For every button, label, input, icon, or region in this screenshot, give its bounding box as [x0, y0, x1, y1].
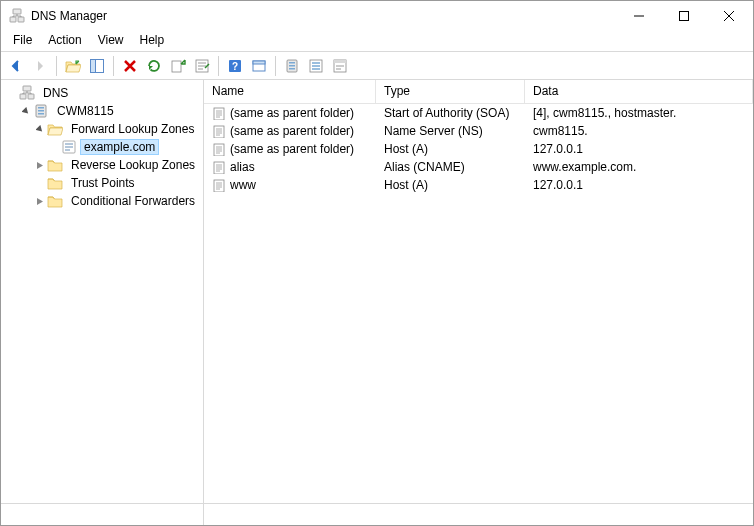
record-type: Host (A)	[384, 142, 428, 156]
tree-label: Conditional Forwarders	[66, 193, 200, 209]
svg-rect-20	[334, 60, 346, 63]
main-area: DNS CWM8115 Forward Lookup Zones example…	[1, 80, 753, 503]
folder-icon	[47, 193, 63, 209]
back-button[interactable]	[5, 55, 27, 77]
svg-rect-9	[679, 12, 688, 21]
help-button[interactable]: ?	[224, 55, 246, 77]
record-row[interactable]: (same as parent folder)Start of Authorit…	[204, 104, 753, 122]
list-pane: Name Type Data (same as parent folder)St…	[204, 80, 753, 503]
menu-action[interactable]: Action	[40, 31, 89, 51]
tree-node-dns[interactable]: DNS	[5, 84, 203, 102]
folder-icon	[47, 175, 63, 191]
tree-label: DNS	[38, 85, 73, 101]
properties-button[interactable]	[191, 55, 213, 77]
status-section	[1, 504, 204, 525]
new-server-button[interactable]	[281, 55, 303, 77]
column-header-data[interactable]: Data	[525, 80, 753, 103]
expander-icon[interactable]	[33, 122, 47, 136]
record-data: [4], cwm8115., hostmaster.	[533, 106, 676, 120]
svg-rect-17	[253, 61, 265, 64]
separator	[56, 56, 57, 76]
window-title: DNS Manager	[31, 9, 616, 23]
separator	[275, 56, 276, 76]
new-window-button[interactable]	[248, 55, 270, 77]
list-header: Name Type Data	[204, 80, 753, 104]
menu-file[interactable]: File	[5, 31, 40, 51]
tree-node-conditional-forwarders[interactable]: Conditional Forwarders	[5, 192, 203, 210]
tree-label: Forward Lookup Zones	[66, 121, 199, 137]
app-icon	[9, 8, 25, 24]
forward-button[interactable]	[29, 55, 51, 77]
export-button[interactable]	[167, 55, 189, 77]
close-button[interactable]	[706, 2, 751, 31]
record-row[interactable]: aliasAlias (CNAME)www.example.com.	[204, 158, 753, 176]
tree-node-server[interactable]: CWM8115	[5, 102, 203, 120]
record-data: 127.0.0.1	[533, 142, 583, 156]
folder-icon	[47, 157, 63, 173]
dns-root-icon	[19, 85, 35, 101]
record-icon	[212, 124, 226, 138]
column-header-type[interactable]: Type	[376, 80, 525, 103]
tree-label: CWM8115	[52, 103, 119, 119]
tree-node-forward-zones[interactable]: Forward Lookup Zones	[5, 120, 203, 138]
titlebar: DNS Manager	[1, 1, 753, 31]
zone-icon	[61, 139, 77, 155]
expander-icon[interactable]	[19, 104, 33, 118]
list-body[interactable]: (same as parent folder)Start of Authorit…	[204, 104, 753, 503]
record-data: cwm8115.	[533, 124, 588, 138]
record-name: alias	[230, 160, 255, 174]
svg-rect-11	[91, 59, 96, 72]
expander-icon[interactable]	[33, 158, 47, 172]
tree-label: Trust Points	[66, 175, 140, 191]
separator	[113, 56, 114, 76]
tree-pane[interactable]: DNS CWM8115 Forward Lookup Zones example…	[1, 80, 204, 503]
minimize-button[interactable]	[616, 2, 661, 31]
tree-node-zone-example[interactable]: example.com	[5, 138, 203, 156]
svg-rect-12	[172, 61, 181, 72]
record-row[interactable]: wwwHost (A)127.0.0.1	[204, 176, 753, 194]
menu-help[interactable]: Help	[132, 31, 173, 51]
record-row[interactable]: (same as parent folder)Host (A)127.0.0.1	[204, 140, 753, 158]
record-name: (same as parent folder)	[230, 142, 354, 156]
record-icon	[212, 106, 226, 120]
tree-label: Reverse Lookup Zones	[66, 157, 200, 173]
tree-node-reverse-zones[interactable]: Reverse Lookup Zones	[5, 156, 203, 174]
show-hide-tree-button[interactable]	[86, 55, 108, 77]
folder-open-icon	[47, 121, 63, 137]
record-name: (same as parent folder)	[230, 124, 354, 138]
record-type: Host (A)	[384, 178, 428, 192]
separator	[218, 56, 219, 76]
record-data: www.example.com.	[533, 160, 636, 174]
record-name: www	[230, 178, 256, 192]
record-icon	[212, 142, 226, 156]
record-type: Start of Authority (SOA)	[384, 106, 509, 120]
tree-label: example.com	[80, 139, 159, 155]
svg-text:?: ?	[232, 61, 238, 72]
toolbar: ?	[1, 52, 753, 80]
filter-button[interactable]	[305, 55, 327, 77]
record-icon	[212, 178, 226, 192]
record-data: 127.0.0.1	[533, 178, 583, 192]
record-type: Name Server (NS)	[384, 124, 483, 138]
tree-node-trust-points[interactable]: Trust Points	[5, 174, 203, 192]
record-name: (same as parent folder)	[230, 106, 354, 120]
column-header-name[interactable]: Name	[204, 80, 376, 103]
up-button[interactable]	[62, 55, 84, 77]
menubar: File Action View Help	[1, 31, 753, 51]
record-type: Alias (CNAME)	[384, 160, 465, 174]
expander-icon[interactable]	[33, 194, 47, 208]
statusbar	[1, 503, 753, 525]
delete-button[interactable]	[119, 55, 141, 77]
record-icon	[212, 160, 226, 174]
refresh-button[interactable]	[143, 55, 165, 77]
status-section	[204, 504, 753, 525]
record-row[interactable]: (same as parent folder)Name Server (NS)c…	[204, 122, 753, 140]
server-icon	[33, 103, 49, 119]
action-button[interactable]	[329, 55, 351, 77]
maximize-button[interactable]	[661, 2, 706, 31]
menu-view[interactable]: View	[90, 31, 132, 51]
